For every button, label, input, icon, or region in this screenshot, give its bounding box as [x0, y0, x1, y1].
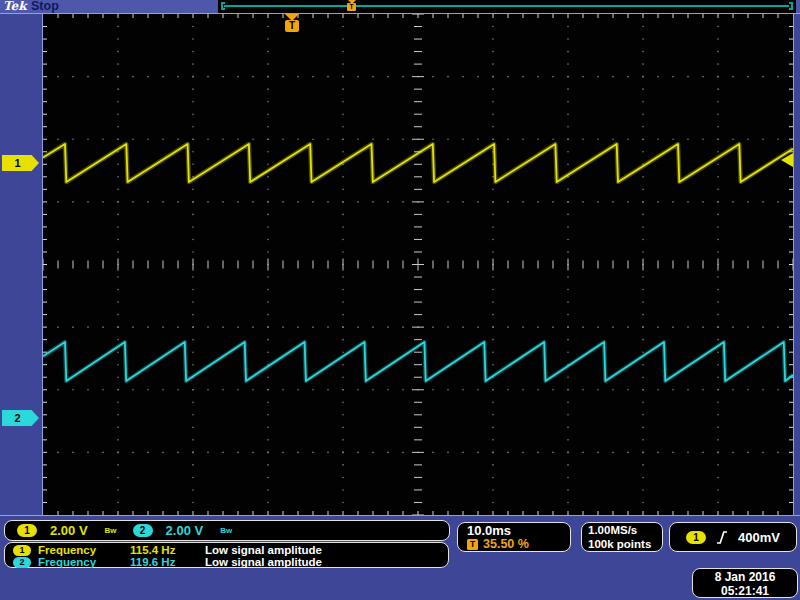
measurement-note: Low signal amplitude	[205, 556, 322, 568]
measurement-row-ch1: 1 Frequency 115.4 Hz Low signal amplitud…	[5, 544, 448, 556]
trigger-t-icon: T	[347, 3, 356, 11]
acquisition-readout[interactable]: 1.00MS/s 100k points	[581, 522, 663, 552]
date-label: 8 Jan 2016	[693, 570, 797, 584]
channel1-scale[interactable]: 2.00 V	[50, 523, 88, 538]
trigger-t-icon: T	[467, 539, 478, 550]
trigger-source-badge: 1	[686, 531, 706, 544]
trigger-position-readout: T 35.50 %	[467, 538, 570, 551]
measurement-value: 115.4 Hz	[130, 544, 205, 556]
waveform-display	[43, 14, 793, 515]
record-view-line	[224, 5, 789, 7]
sample-rate: 1.00MS/s	[588, 524, 662, 538]
channel1-badge[interactable]: 1	[17, 524, 37, 537]
record-length: 100k points	[588, 538, 662, 552]
channel2-bandwidth-icon: Bw	[220, 526, 232, 535]
acquisition-status[interactable]: Stop	[31, 0, 59, 13]
trigger-position-percent: 35.50 %	[483, 538, 529, 551]
record-start-bracket-icon	[221, 2, 225, 10]
measurement-value: 119.6 Hz	[130, 556, 205, 568]
timebase-readout[interactable]: 10.0ms T 35.50 %	[457, 522, 571, 552]
measurement-readout[interactable]: 1 Frequency 115.4 Hz Low signal amplitud…	[4, 542, 449, 568]
measurement-name: Frequency	[38, 556, 130, 568]
trigger-position-marker[interactable]: T	[285, 14, 299, 32]
trigger-t-icon: T	[285, 20, 299, 32]
measurement-name: Frequency	[38, 544, 130, 556]
channel2-badge: 2	[13, 557, 31, 568]
record-trigger-position-icon: T	[347, 0, 356, 11]
channel1-position-marker[interactable]: 1	[2, 155, 39, 171]
channel2-position-marker[interactable]: 2	[2, 410, 39, 426]
channel-scale-readout[interactable]: 1 2.00 V Bw 2 2.00 V Bw	[4, 520, 450, 541]
bottom-divider	[0, 515, 800, 516]
oscilloscope-screen: Tek Stop T T 1 2 1 2.00 V Bw 2 2.00 V Bw	[0, 0, 800, 600]
measurement-row-ch2: 2 Frequency 119.6 Hz Low signal amplitud…	[5, 556, 448, 568]
trigger-level: 400mV	[738, 530, 780, 545]
time-label: 05:21:41	[693, 584, 797, 598]
channel2-scale[interactable]: 2.00 V	[166, 523, 204, 538]
header-bar: Tek Stop T	[0, 0, 800, 13]
graticule-grid-and-waveforms	[43, 14, 793, 515]
channel1-bandwidth-icon: Bw	[105, 526, 117, 535]
acquisition-record-bar[interactable]: T	[218, 0, 796, 13]
tek-logo: Tek	[3, 0, 27, 13]
rising-edge-icon	[716, 530, 728, 545]
channel1-badge: 1	[13, 545, 31, 556]
timebase-scale: 10.0ms	[467, 524, 570, 538]
trigger-readout[interactable]: 1 400mV	[669, 522, 797, 552]
datetime-readout: 8 Jan 2016 05:21:41	[692, 568, 798, 598]
measurement-note: Low signal amplitude	[205, 544, 322, 556]
record-end-bracket-icon	[789, 2, 793, 10]
channel2-badge[interactable]: 2	[133, 524, 153, 537]
